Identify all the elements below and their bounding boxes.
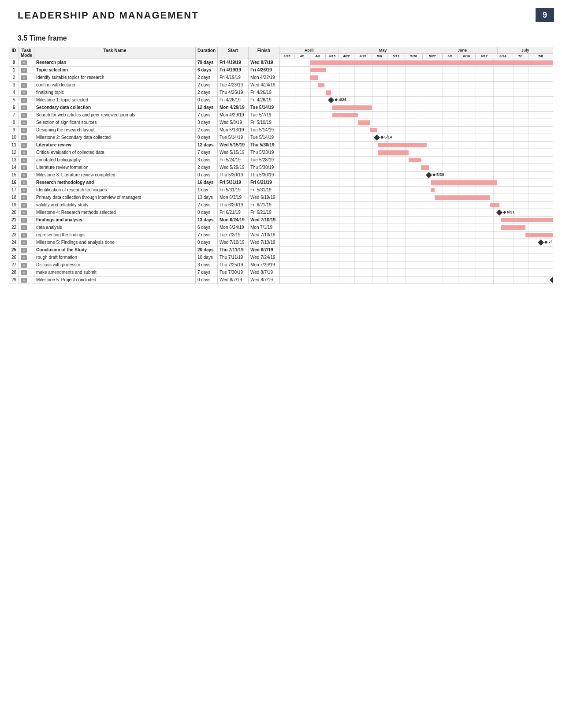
gantt-bar (525, 233, 553, 237)
gantt-bar (332, 113, 358, 117)
task-start: Mon 5/13/19 (218, 127, 249, 134)
task-start: Tue 7/2/19 (218, 231, 249, 239)
task-bar-cell (279, 112, 553, 119)
task-duration: 6 days (195, 224, 217, 231)
table-row: 17≡Identification of research techniques… (9, 187, 553, 194)
task-start: Fri 4/19/19 (218, 74, 249, 82)
task-name: rough draft formation (34, 254, 196, 261)
bar-container (279, 254, 553, 261)
task-id: 17 (9, 187, 19, 194)
gantt-bar (326, 90, 331, 95)
task-finish: Wed 8/7/19 (249, 269, 279, 276)
bar-container (279, 149, 553, 156)
section-title: 3.5 Time frame (0, 21, 562, 47)
task-mode: ≡ (19, 89, 34, 97)
task-name: annotated bibliography (34, 157, 196, 164)
task-mode-icon: ≡ (21, 165, 27, 170)
task-start: Thu 6/20/19 (218, 202, 249, 209)
bar-container (279, 269, 553, 276)
task-name: finalizing topic (34, 89, 196, 97)
task-mode: ≡ (19, 261, 34, 269)
task-finish: Mon 7/29/19 (249, 261, 279, 269)
month-april: April (279, 47, 339, 53)
bar-container (279, 67, 553, 74)
milestone-diamond (496, 209, 502, 216)
task-duration: 2 days (195, 89, 217, 97)
task-finish: Wed 7/24/19 (249, 254, 279, 261)
gantt-bar (310, 68, 326, 72)
bar-container (279, 231, 553, 239)
task-name: validity and reliability study (34, 202, 196, 209)
gantt-bar (378, 143, 427, 147)
task-duration: 2 days (195, 202, 217, 209)
task-duration: 2 days (195, 82, 217, 89)
task-start: Thu 7/11/19 (218, 246, 249, 254)
task-mode-icon: ≡ (21, 263, 27, 268)
task-start: Thu 5/30/19 (218, 172, 249, 179)
gantt-bar (378, 150, 409, 155)
task-duration: 0 days (195, 172, 217, 179)
task-bar-cell (279, 142, 553, 149)
task-name: Milestone 2: Secondary data collected (34, 134, 196, 142)
gantt-bar (332, 105, 372, 110)
table-row: 25≡Conclusion of the Study20 daysThu 7/1… (9, 246, 553, 254)
task-finish: Fri 5/31/19 (249, 187, 279, 194)
table-row: 15≡Milestone 3: Literature review comple… (9, 172, 553, 179)
task-finish: Tue 5/14/19 (249, 134, 279, 142)
task-finish: Tue 5/14/19 (249, 104, 279, 112)
week-527: 5/27 (423, 54, 443, 59)
gantt-bar (318, 83, 324, 87)
task-id: 15 (9, 172, 19, 179)
task-duration: 13 days (195, 217, 217, 224)
task-finish: Thu 5/30/19 (249, 164, 279, 172)
task-bar-cell (279, 104, 553, 112)
task-bar-cell (279, 67, 553, 74)
col-name: Task Name (34, 47, 196, 59)
table-row: 23≡representing the findings7 daysTue 7/… (9, 231, 553, 239)
task-bar-cell (279, 82, 553, 89)
task-mode-icon: ≡ (21, 203, 27, 208)
task-id: 16 (9, 179, 19, 187)
task-duration: 0 days (195, 209, 217, 217)
task-mode: ≡ (19, 112, 34, 119)
task-mode-icon: ≡ (21, 195, 27, 200)
table-row: 2≡Identify suitable topics for research2… (9, 74, 553, 82)
table-row: 12≡Critical evaluation of collected data… (9, 149, 553, 157)
gantt-chart: ID TaskMode Task Name Duration Start Fin… (9, 47, 553, 284)
task-finish: Fri 6/21/19 (249, 179, 279, 187)
task-mode: ≡ (19, 149, 34, 157)
task-mode-icon: ≡ (21, 248, 27, 253)
task-name: Discuss with professor (34, 261, 196, 269)
task-name: Research plan (34, 59, 196, 67)
task-duration: 20 days (195, 246, 217, 254)
week-513: 5/13 (387, 54, 405, 59)
task-start: Thu 7/11/19 (218, 254, 249, 261)
task-start: Fri 4/19/19 (218, 67, 249, 74)
task-duration: 0 days (195, 239, 217, 246)
task-name: Milestone 1: topic selected (34, 97, 196, 104)
bar-container (279, 164, 553, 171)
table-row: 3≡confirm with lecturer2 daysTue 4/23/19… (9, 82, 553, 89)
table-row: 5≡Milestone 1: topic selected0 daysFri 4… (9, 97, 553, 104)
task-mode: ≡ (19, 194, 34, 202)
task-name: make amendments and submit (34, 269, 196, 276)
table-row: 7≡Search for web articles and peer revie… (9, 112, 553, 119)
table-row: 13≡annotated bibliography3 daysFri 5/24/… (9, 157, 553, 164)
task-mode: ≡ (19, 67, 34, 74)
gantt-bar (501, 225, 525, 230)
milestone-diamond (425, 172, 432, 178)
table-row: 18≡Primary data collection through inter… (9, 194, 553, 202)
task-name: Conclusion of the Study (34, 246, 196, 254)
task-bar-cell (279, 74, 553, 82)
week-429: 4/29 (354, 54, 372, 59)
task-duration: 13 days (195, 194, 217, 202)
table-row: 16≡Research methodology and16 daysFri 5/… (9, 179, 553, 187)
gantt-bar (421, 165, 429, 170)
milestone-label: ◆ 5/14 (380, 135, 392, 139)
task-duration: 2 days (195, 164, 217, 172)
task-id: 3 (9, 82, 19, 89)
task-start: Fri 4/19/19 (218, 59, 249, 67)
table-row: 8≡Selection of significant sources3 days… (9, 119, 553, 127)
task-id: 14 (9, 164, 19, 172)
gantt-table: ID TaskMode Task Name Duration Start Fin… (9, 47, 553, 284)
